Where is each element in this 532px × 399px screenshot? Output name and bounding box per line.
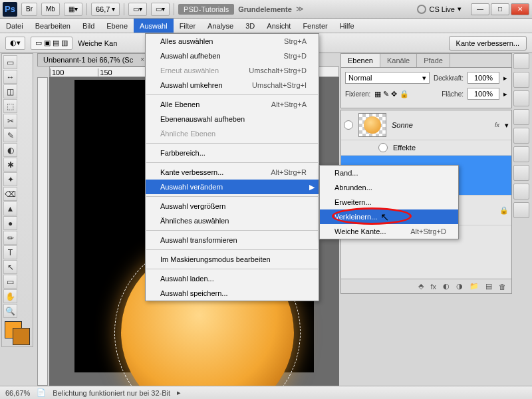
menu-item[interactable]: Auswahl laden... [146,271,319,286]
panel-tab-kanäle[interactable]: Kanäle [380,54,417,67]
tool-button[interactable]: ✎ [3,128,17,142]
blend-mode-select[interactable]: Normal▾ [345,72,430,84]
cslive-label[interactable]: CS Live [429,5,455,13]
menu-auswahl[interactable]: Auswahl [134,19,174,33]
panel-tab-pfade[interactable]: Pfade [417,54,450,67]
dock-icon[interactable] [513,146,529,162]
menu-filter[interactable]: Filter [174,19,201,33]
menu-item[interactable]: Auswahl transformieren [146,233,319,247]
background-swatch[interactable] [13,328,30,345]
close-button[interactable]: ✕ [511,3,529,15]
menu-item[interactable]: Farbbereich... [146,146,319,160]
menu-item[interactable]: Erweitern... [320,195,458,209]
tool-button[interactable]: ↖ [3,260,17,274]
sel-mode[interactable]: ▭ ▣ ▤ ▥ [31,37,72,50]
tool-preset[interactable]: ◐▾ [5,37,25,50]
lock-icons[interactable]: ▦ ✎ ✥ 🔒 [374,90,408,98]
tool-button[interactable]: ◫ [3,84,17,98]
dock-icon[interactable] [513,53,529,69]
feather-label: Weiche Kan [78,39,117,47]
dock-icon[interactable] [513,90,529,106]
menu-item[interactable]: Ebenenauswahl aufheben [146,112,319,126]
tool-button[interactable]: ● [3,216,17,230]
tool-button[interactable]: ↔ [3,70,17,84]
layers-footer: ⬘ fx ◐ ◑ 📁 ▤ 🗑 [341,279,511,293]
menu-item[interactable]: Alles auswählenStrg+A [146,34,319,49]
layer-sonne[interactable]: Sonne fx▾ [341,110,511,140]
menu-item[interactable]: Weiche Kante...Alt+Strg+D [320,224,458,239]
minimize-button[interactable]: — [471,3,489,15]
fill-field[interactable]: 100% [467,88,499,100]
menu-item[interactable]: Im Maskierungsmodus bearbeiten [146,252,319,267]
maximize-button[interactable]: □ [491,3,509,15]
dock-icon[interactable] [513,184,529,200]
menu-item[interactable]: Auswahl verändern▶ [146,180,319,194]
screenmode-button[interactable]: ▦▾ [64,3,82,16]
trash-icon[interactable]: 🗑 [499,283,506,291]
dock-icon[interactable] [513,109,529,125]
menu-analyse[interactable]: Analyse [201,19,239,33]
adjust-icon[interactable]: ◑ [456,282,463,291]
close-tab-icon[interactable]: × [140,56,144,63]
link-icon[interactable]: ⬘ [418,282,424,291]
workspace-label[interactable]: PSD-Tutorials [178,4,234,15]
menu-item[interactable]: Auswahl vergrößern [146,199,319,213]
tool-button[interactable]: ▭ [3,275,17,289]
opacity-label: Deckkraft: [434,74,464,82]
dock-icon[interactable] [513,165,529,181]
menu-item[interactable]: Ähnliches auswählen [146,213,319,228]
minibridge-button[interactable]: Mb [41,3,60,16]
tool-button[interactable]: ✏ [3,231,17,245]
menu-ansicht[interactable]: Ansicht [261,19,297,33]
dock-icon[interactable] [513,202,529,218]
tool-button[interactable]: ⬚ [3,99,17,113]
tool-button[interactable]: ✦ [3,172,17,186]
menu-bearbeiten[interactable]: Bearbeiten [29,19,76,33]
fx-icon[interactable]: fx [430,283,436,291]
tool-button[interactable]: T [3,245,17,259]
menu-item[interactable]: Auswahl umkehrenUmschalt+Strg+I [146,78,319,92]
folder-icon[interactable]: 📁 [469,282,479,291]
menu-item[interactable]: Auswahl aufhebenStrg+D [146,49,319,63]
visibility-icon[interactable] [344,120,353,130]
ruler-vertical [37,77,48,386]
menu-datei[interactable]: Datei [0,19,29,33]
opacity-field[interactable]: 100% [467,72,499,84]
menu-item[interactable]: Abrunden... [320,180,458,195]
new-layer-icon[interactable]: ▤ [485,282,492,291]
menu-bild[interactable]: Bild [76,19,100,33]
tool-button[interactable]: ✂ [3,114,17,128]
menu-fenster[interactable]: Fenster [297,19,333,33]
refine-edge-button[interactable]: Kante verbessern... [449,36,527,51]
mask-icon[interactable]: ◐ [443,282,450,291]
tool-button[interactable]: 🔍 [3,304,17,318]
menu-item[interactable]: Kante verbessern...Alt+Strg+R [146,165,319,180]
dock-icon[interactable] [513,128,529,144]
menu-ebene[interactable]: Ebene [100,19,134,33]
menu-item[interactable]: Rand... [320,166,458,180]
arrange-button[interactable]: ▭▾ [128,3,147,16]
document-tab[interactable]: Unbenannt-1 bei 66,7% (Sc× [37,53,148,66]
tool-button[interactable]: ✱ [3,158,17,172]
tool-button[interactable]: ▭ [3,55,17,69]
menu-item[interactable]: Auswahl speichern... [146,286,319,301]
zoom-field[interactable]: 66,7 ▾ [91,3,120,16]
menu-3d[interactable]: 3D [239,19,261,33]
tool-button[interactable]: ◐ [3,143,17,157]
menu-hilfe[interactable]: Hilfe [334,19,360,33]
auswahl-menu: Alles auswählenStrg+AAuswahl aufhebenStr… [145,33,319,301]
visibility-icon[interactable] [378,143,388,152]
menu-item[interactable]: Verkleinern... [320,209,458,224]
bridge-button[interactable]: Br [21,3,37,16]
status-zoom[interactable]: 66,67% [5,389,30,397]
menu-item[interactable]: Alle EbenenAlt+Strg+A [146,97,319,112]
panel-tab-ebenen[interactable]: Ebenen [341,54,380,67]
status-bar: 66,67% 📄 Belichtung funktioniert nur bei… [0,386,532,399]
screen-button[interactable]: ▭▾ [151,3,170,16]
layer-effects[interactable]: Effekte [341,140,511,156]
tool-button[interactable]: ✋ [3,289,17,303]
tool-button[interactable]: ▲ [3,201,17,215]
workspace-name[interactable]: Grundelemente [238,5,292,13]
tool-button[interactable]: ⌫ [3,187,17,201]
dock-icon[interactable] [513,72,529,88]
